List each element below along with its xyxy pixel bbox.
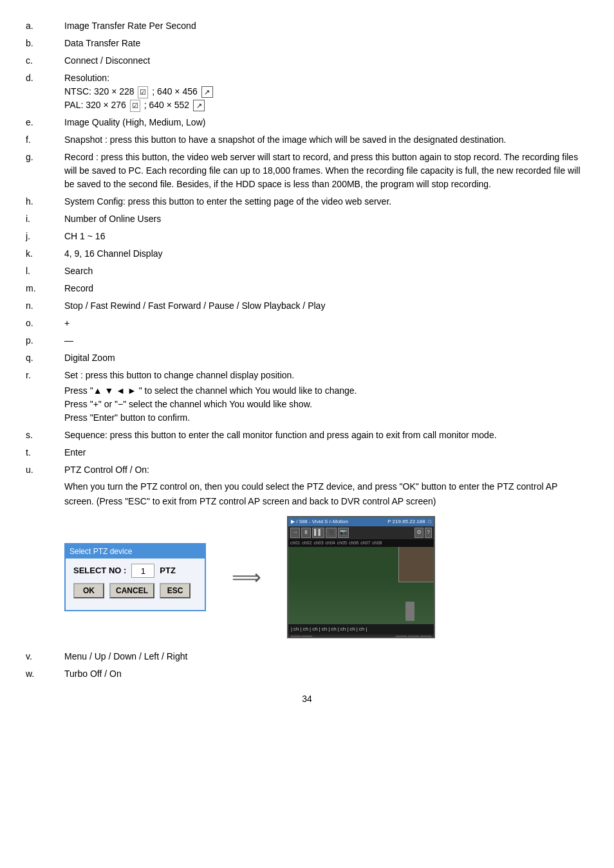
dvr-btn-left[interactable]: ◄ [396,636,407,638]
item-l-text: Search [64,264,588,278]
item-d-ntsc: NTSC: 320 × 228 ☑ ; 640 × 456 ↗ [64,85,588,98]
dvr-btn-square[interactable]: ▣ [408,636,419,638]
dvr-right-controls: ◄ ▣ ► [396,636,431,638]
dvr-controls-row: U ▲ ◄ ▣ ► [288,634,434,638]
item-i: i. Number of Online Users [26,212,588,226]
dvr-ip: P 219.65.22.188 □ [387,518,431,526]
arrow-right-icon: ⟹ [232,562,261,593]
item-u: u. PTZ Control Off / On: When you turn t… [26,463,588,646]
item-e: e. Image Quality (High, Medium, Low) [26,116,588,129]
item-r: r. Set : press this button to change cha… [26,369,588,425]
toolbar-icon-5: 📷 [338,528,349,538]
dvr-btn-right[interactable]: ► [420,636,431,638]
dvr-person-silhouette [405,602,414,621]
dvr-screen: ▶ / Still - Vivid S r-Motion P 219.65.22… [287,516,435,638]
item-r-sub2: Press "+" or "−" select the channel whic… [64,398,588,411]
ptz-dialog: Select PTZ device SELECT NO : PTZ OK CAN… [64,543,206,611]
item-e-text: Image Quality (High, Medium, Low) [64,116,588,129]
item-u-content: PTZ Control Off / On: When you turn the … [64,463,588,646]
item-f-text: Snapshot : press this button to have a s… [64,133,588,147]
item-j: j. CH 1 ~ 16 [26,230,588,243]
dvr-channel-labels: ch01ch02ch03ch04ch05ch06ch07ch08 [288,539,434,548]
item-n: n. Stop / Fast Rewind / Fast Forward / P… [26,299,588,313]
item-h-label: h. [26,195,64,208]
dvr-titlebar: ▶ / Still - Vivid S r-Motion P 219.65.22… [288,517,434,526]
item-k-text: 4, 9, 16 Channel Display [64,247,588,261]
dvr-bottom-bar: |ch|ch|ch|ch| ch|ch|ch|ch| [288,624,434,634]
dvr-btn-a[interactable]: ▲ [302,636,313,638]
item-l: l. Search [26,264,588,278]
item-a-text: Image Transfer Rate Per Second [64,19,588,33]
item-s-label: s. [26,429,64,442]
item-m-text: Record [64,282,588,295]
item-g: g. Record : press this button, the video… [26,151,588,191]
item-d-label: d. [26,71,64,112]
item-o-text: + [64,317,588,330]
item-c-text: Connect / Disconnect [64,54,588,68]
item-n-text: Stop / Fast Rewind / Fast Forward / Paus… [64,299,588,313]
item-a: a. Image Transfer Rate Per Second [26,19,588,33]
item-o-label: o. [26,317,64,330]
toolbar-icon-3: ▌▌ [312,528,324,538]
item-s: s. Sequence: press this button to enter … [26,429,588,442]
item-q: q. Digital Zoom [26,351,588,365]
item-q-text: Digital Zoom [64,351,588,365]
dvr-btn-u[interactable]: U [291,636,301,638]
item-q-label: q. [26,351,64,365]
item-o: o. + [26,317,588,330]
item-c: c. Connect / Disconnect [26,54,588,68]
dvr-video-main [288,547,434,624]
item-h-text: System Config: press this button to ente… [64,195,588,208]
item-d-content: Resolution: NTSC: 320 × 228 ☑ ; 640 × 45… [64,71,588,112]
item-n-label: n. [26,299,64,313]
item-r-content: Set : press this button to change channe… [64,369,588,425]
item-r-sub1: Press "▲ ▼ ◄ ► " to select the channel w… [64,383,588,398]
item-t-text: Enter [64,446,588,459]
item-w-label: w. [26,667,64,681]
item-l-label: l. [26,264,64,278]
item-p-label: p. [26,334,64,347]
item-j-text: CH 1 ~ 16 [64,230,588,243]
toolbar-icon-4: 🎥 [326,528,337,538]
item-u-label: u. [26,463,64,646]
ptz-ok-button[interactable]: OK [73,583,104,598]
dvr-video-area [288,547,434,624]
dvr-toolbar: → ⏸ ▌▌ 🎥 📷 ⚙ ? [288,526,434,539]
item-d-title: Resolution: [64,71,588,85]
item-m-label: m. [26,282,64,295]
ntsc-checkbox: ☑ [138,86,148,98]
pal-arrow-icon: ↗ [193,100,205,111]
item-m: m. Record [26,282,588,295]
page-number: 34 [26,694,588,704]
ptz-dialog-button-row: OK CANCEL ESC [73,583,197,598]
toolbar-icon-2: ⏸ [301,528,311,538]
item-p: p. — [26,334,588,347]
ptz-esc-button[interactable]: ESC [160,583,191,598]
dvr-left-controls: U ▲ [291,636,312,638]
item-h: h. System Config: press this button to e… [26,195,588,208]
item-u-sub1: When you turn the PTZ control on, then y… [64,479,588,508]
ptz-section: Select PTZ device SELECT NO : PTZ OK CAN… [64,516,588,638]
item-v-label: v. [26,650,64,663]
toolbar-icon-7: ? [425,528,432,538]
item-s-text: Sequence: press this button to enter the… [64,429,588,442]
item-b-label: b. [26,37,64,50]
ptz-type-label: PTZ [160,564,176,577]
item-r-label: r. [26,369,64,425]
item-i-label: i. [26,212,64,226]
item-i-text: Number of Online Users [64,212,588,226]
item-t-label: t. [26,446,64,459]
item-v-text: Menu / Up / Down / Left / Right [64,650,588,663]
item-f: f. Snapshot : press this button to have … [26,133,588,147]
item-r-text: Set : press this button to change channe… [64,369,588,382]
item-k: k. 4, 9, 16 Channel Display [26,247,588,261]
item-e-label: e. [26,116,64,129]
ptz-select-input[interactable] [131,564,154,578]
pal-checkbox: ☑ [130,100,140,112]
toolbar-icon-6: ⚙ [414,528,423,538]
ptz-dialog-select-row: SELECT NO : PTZ [73,564,197,578]
item-k-label: k. [26,247,64,261]
item-w: w. Turbo Off / On [26,667,588,681]
dvr-title: ▶ / Still - Vivid S r-Motion [291,518,348,526]
ptz-cancel-button[interactable]: CANCEL [109,583,154,598]
